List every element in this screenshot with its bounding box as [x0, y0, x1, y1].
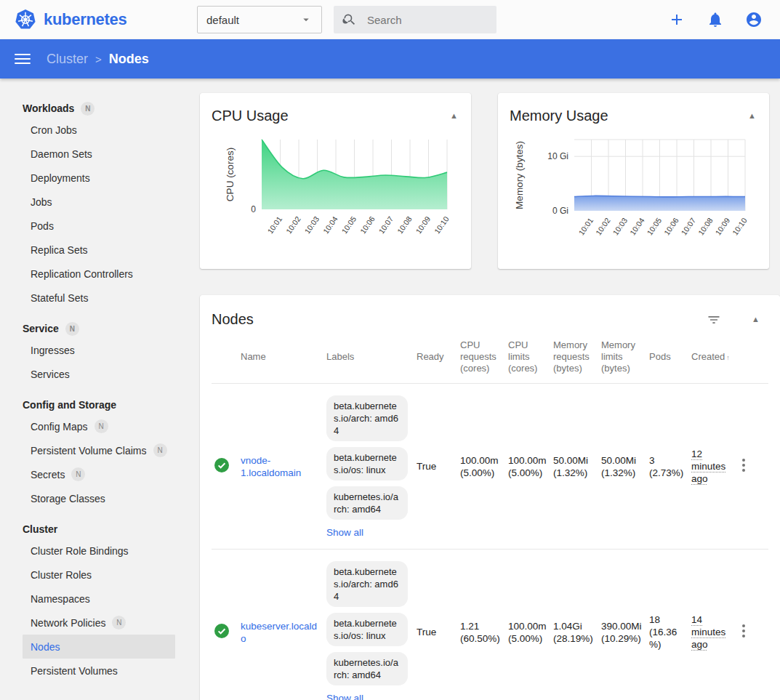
sidebar-item-persistent-volumes[interactable]: Persistent Volumes	[23, 659, 175, 683]
svg-text:10:05: 10:05	[645, 216, 663, 237]
node-name-link[interactable]: kubeserver.localdo	[241, 620, 321, 645]
sidebar-item-storage-classes[interactable]: Storage Classes	[23, 486, 175, 510]
sidebar-item-cron-jobs[interactable]: Cron Jobs	[23, 118, 175, 142]
sidebar-group-label: Service	[23, 323, 59, 334]
sidebar-item-namespaces[interactable]: Namespaces	[23, 587, 175, 611]
table-header-row: NameLabelsReadyCPU requests (cores)CPU l…	[212, 328, 768, 384]
pods-value: 18 (16.36%)	[649, 550, 691, 700]
sidebar-item-deployments[interactable]: Deployments	[23, 166, 175, 190]
label-chip: beta.kubernetes.io/os: linux	[326, 447, 408, 480]
svg-text:10 Gi: 10 Gi	[547, 151, 568, 161]
sidebar-item-label: Persistent Volume Claims	[31, 445, 147, 456]
top-app-bar: kubernetes default	[0, 0, 780, 39]
column-header-created[interactable]: Created↑	[691, 328, 736, 384]
sidebar-item-secrets[interactable]: SecretsN	[23, 462, 175, 486]
svg-text:10:01: 10:01	[265, 214, 284, 236]
sidebar-item-nodes[interactable]: Nodes	[23, 635, 175, 659]
sidebar-item-pods[interactable]: Pods	[23, 214, 175, 238]
sidebar-item-jobs[interactable]: Jobs	[23, 190, 175, 214]
svg-text:10:09: 10:09	[414, 214, 432, 236]
label-chip: kubernetes.io/arch: amd64	[326, 486, 408, 520]
brand-wordmark: kubernetes	[44, 10, 126, 29]
column-header-pods[interactable]: Pods	[649, 328, 691, 384]
sidebar-item-replication-controllers[interactable]: Replication Controllers	[23, 262, 175, 286]
svg-text:10:07: 10:07	[377, 214, 395, 236]
sidebar-item-label: Replica Sets	[31, 244, 88, 256]
node-name-link[interactable]: vnode-1.localdomain	[241, 454, 321, 479]
column-header-memory-requests-bytes[interactable]: Memory requests (bytes)	[553, 328, 601, 384]
cpu-usage-title: CPU Usage	[212, 108, 289, 124]
column-header-memory-limits-bytes[interactable]: Memory limits (bytes)	[601, 328, 649, 384]
sidebar-item-replica-sets[interactable]: Replica Sets	[23, 238, 175, 262]
sidebar-item-label: Services	[31, 369, 70, 380]
sidebar-item-label: Secrets	[31, 469, 65, 480]
sidebar-item-label: Nodes	[31, 641, 60, 653]
kubernetes-logo[interactable]: kubernetes	[15, 9, 197, 31]
sidebar-item-label: Stateful Sets	[31, 292, 88, 304]
sidebar-item-config-maps[interactable]: Config MapsN	[23, 414, 175, 438]
pods-value: 3 (2.73%)	[649, 384, 691, 550]
sidebar-item-services[interactable]: Services	[23, 362, 175, 386]
plus-icon	[668, 11, 685, 28]
row-menu-button[interactable]	[736, 622, 751, 640]
filter-button[interactable]	[707, 313, 721, 327]
sidebar-item-stateful-sets[interactable]: Stateful Sets	[23, 286, 175, 310]
svg-text:10:09: 10:09	[713, 216, 731, 237]
sidebar-item-ingresses[interactable]: Ingresses	[23, 338, 175, 362]
svg-text:CPU (cores): CPU (cores)	[225, 148, 236, 201]
breadcrumb-parent[interactable]: Cluster	[47, 52, 88, 67]
namespaced-badge: N	[153, 443, 167, 457]
notifications-button[interactable]	[707, 11, 724, 28]
cpu-usage-card: CPU Usage ▲ 10:0110:0210:0310:0410:0510:…	[200, 93, 471, 269]
show-all-labels-link[interactable]: Show all	[326, 526, 363, 539]
page-title: Nodes	[109, 52, 149, 67]
sidebar-item-cluster-role-bindings[interactable]: Cluster Role Bindings	[23, 539, 175, 563]
sidebar-item-label: Pods	[31, 220, 54, 232]
svg-text:10:06: 10:06	[358, 214, 377, 236]
cpu-requests-value: 1.21 (60.50%)	[460, 550, 508, 700]
sidebar-item-label: Storage Classes	[31, 493, 105, 504]
svg-text:10:03: 10:03	[611, 216, 629, 237]
vertical-dots-icon	[736, 456, 751, 474]
collapse-memory-card-icon[interactable]: ▲	[748, 112, 756, 120]
sidebar-item-label: Deployments	[31, 172, 90, 184]
account-circle-icon	[745, 11, 763, 28]
sidebar-item-persistent-volume-claims[interactable]: Persistent Volume ClaimsN	[23, 438, 175, 462]
column-header-ready[interactable]: Ready	[417, 328, 460, 384]
sidebar-item-network-policies[interactable]: Network PoliciesN	[23, 611, 175, 635]
search-bar[interactable]	[334, 6, 496, 33]
column-header-cpu-requests-cores[interactable]: CPU requests (cores)	[460, 328, 508, 384]
sidebar-item-cluster-roles[interactable]: Cluster Roles	[23, 563, 175, 587]
collapse-nodes-panel-icon[interactable]: ▲	[752, 315, 760, 323]
nodes-panel: Nodes ▲ NameLabelsReadyCPU requests	[200, 295, 780, 700]
column-header-name[interactable]: Name	[241, 328, 326, 384]
search-input[interactable]	[367, 14, 469, 26]
sidebar-item-daemon-sets[interactable]: Daemon Sets	[23, 142, 175, 166]
node-ready-value: True	[417, 384, 460, 550]
show-all-labels-link[interactable]: Show all	[326, 692, 363, 700]
namespaced-badge: N	[81, 102, 95, 116]
collapse-cpu-card-icon[interactable]: ▲	[450, 112, 458, 120]
column-header-cpu-limits-cores[interactable]: CPU limits (cores)	[508, 328, 553, 384]
namespaced-badge: N	[71, 467, 85, 481]
user-account-button[interactable]	[745, 11, 763, 28]
svg-text:10:04: 10:04	[628, 216, 646, 237]
sidebar-group-label: Workloads	[23, 102, 74, 114]
sidebar-item-label: Network Policies	[31, 617, 105, 629]
menu-toggle-button[interactable]	[15, 51, 31, 67]
sort-arrow-icon: ↑	[726, 354, 730, 361]
breadcrumb-bar: Cluster > Nodes	[0, 39, 780, 79]
column-header-labels[interactable]: Labels	[326, 328, 417, 384]
svg-text:10:10: 10:10	[433, 214, 451, 236]
svg-text:10:08: 10:08	[696, 216, 715, 237]
namespace-dropdown[interactable]: default	[197, 6, 322, 33]
label-chip: beta.kubernetes.io/arch: amd64	[326, 561, 408, 607]
node-row-vnode-1-localdomain: vnode-1.localdomainbeta.kubernetes.io/ar…	[212, 384, 768, 550]
main-content: CPU Usage ▲ 10:0110:0210:0310:0410:0510:…	[189, 79, 780, 700]
sidebar-group-service: ServiceN	[0, 319, 189, 338]
memory-usage-title: Memory Usage	[510, 108, 608, 124]
svg-text:10:02: 10:02	[594, 216, 612, 237]
namespaced-badge: N	[112, 616, 126, 629]
create-resource-button[interactable]	[668, 11, 685, 28]
row-menu-button[interactable]	[736, 456, 751, 474]
